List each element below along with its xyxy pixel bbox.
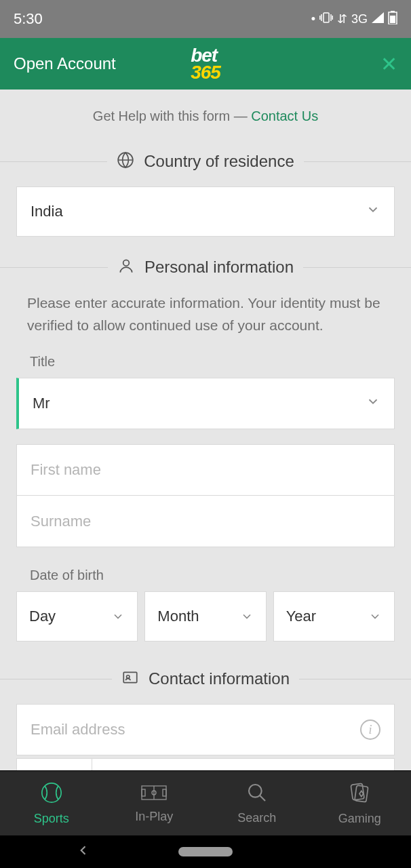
contact-card-icon — [121, 669, 139, 689]
section-contact-heading: Contact information — [0, 669, 411, 689]
svg-rect-17 — [163, 789, 166, 796]
surname-input[interactable]: Surname — [16, 496, 395, 547]
svg-point-11 — [127, 675, 130, 678]
globe-icon — [117, 151, 134, 172]
dob-day-select[interactable]: Day — [16, 591, 138, 642]
nav-gaming[interactable]: Gaming — [309, 771, 412, 835]
dob-month-select[interactable]: Month — [144, 591, 266, 642]
nav-inplay[interactable]: In-Play — [103, 771, 206, 835]
page-title: Open Account — [14, 54, 116, 73]
system-back-button[interactable] — [77, 844, 90, 860]
data-icon: ⇵ — [337, 12, 347, 26]
status-indicators: • ⇵ 3G — [311, 11, 397, 28]
chevron-down-icon — [368, 610, 382, 623]
vibrate-icon — [319, 12, 333, 26]
form-content: Get Help with this form — Contact Us Cou… — [0, 90, 411, 772]
person-icon — [117, 257, 135, 277]
signal-icon — [372, 12, 384, 26]
status-bar: 5:30 • ⇵ 3G — [0, 0, 411, 38]
nav-sports[interactable]: Sports — [0, 771, 103, 835]
bottom-nav: Sports In-Play Search Gaming — [0, 770, 411, 835]
nav-search[interactable]: Search — [206, 771, 309, 835]
svg-point-18 — [249, 785, 262, 797]
info-icon[interactable]: i — [360, 719, 380, 740]
network-label: 3G — [351, 12, 368, 26]
battery-icon — [388, 11, 397, 28]
svg-line-19 — [260, 795, 265, 801]
inplay-icon — [140, 783, 168, 806]
country-value: India — [31, 203, 63, 220]
title-select[interactable]: Mr — [16, 378, 395, 429]
sports-icon — [40, 781, 63, 808]
chevron-down-icon — [240, 610, 254, 623]
svg-rect-7 — [390, 16, 395, 23]
svg-rect-16 — [142, 789, 145, 796]
svg-rect-0 — [324, 13, 329, 22]
system-nav-bar — [0, 835, 411, 868]
section-country-heading: Country of residence — [0, 151, 411, 172]
title-value: Mr — [33, 395, 50, 412]
chevron-down-icon — [366, 202, 380, 221]
system-home-pill[interactable] — [178, 847, 233, 856]
help-line: Get Help with this form — Contact Us — [0, 108, 411, 124]
email-input[interactable]: Email address i — [16, 704, 395, 755]
title-label: Title — [0, 354, 411, 370]
status-time: 5:30 — [14, 10, 43, 28]
app-header: Open Account bet 365 ✕ — [0, 38, 411, 90]
dob-year-select[interactable]: Year — [273, 591, 395, 642]
search-icon — [246, 782, 268, 807]
svg-point-9 — [123, 260, 130, 266]
section-personal-heading: Personal information — [0, 257, 411, 277]
chevron-down-icon — [111, 610, 125, 623]
svg-rect-10 — [123, 673, 137, 683]
personal-hint: Please enter accurate information. Your … — [0, 292, 411, 336]
gaming-icon — [348, 781, 371, 808]
contact-us-link[interactable]: Contact Us — [251, 108, 318, 123]
dob-label: Date of birth — [0, 568, 411, 583]
first-name-input[interactable]: First name — [16, 444, 395, 496]
chevron-down-icon — [366, 394, 380, 413]
country-select[interactable]: India — [16, 186, 395, 237]
brand-logo: bet 365 — [191, 47, 220, 81]
close-icon[interactable]: ✕ — [380, 52, 397, 76]
